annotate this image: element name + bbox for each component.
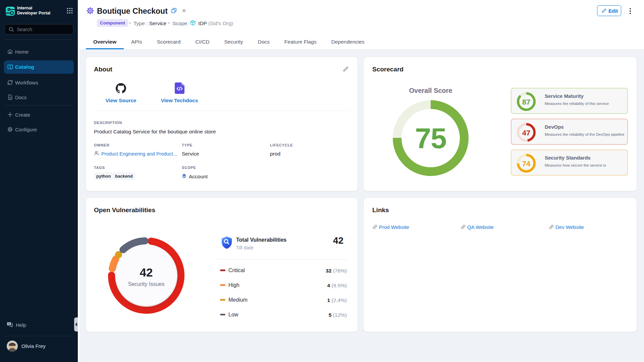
svg-text:?: ? <box>8 322 10 325</box>
